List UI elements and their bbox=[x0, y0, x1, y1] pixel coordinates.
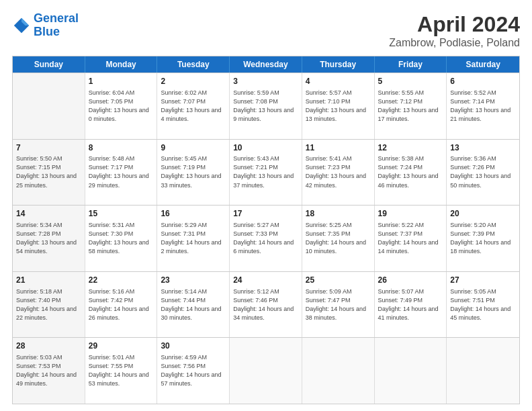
cal-cell bbox=[13, 73, 85, 139]
day-number: 23 bbox=[161, 275, 226, 286]
logo-line1: General bbox=[34, 11, 79, 25]
cal-cell: 2Sunrise: 6:02 AMSunset: 7:07 PMDaylight… bbox=[157, 73, 230, 139]
day-number: 8 bbox=[89, 142, 154, 154]
cell-info: Sunrise: 5:01 AMSunset: 7:55 PMDaylight:… bbox=[89, 353, 154, 388]
day-number: 1 bbox=[89, 76, 154, 87]
cal-cell: 26Sunrise: 5:07 AMSunset: 7:49 PMDayligh… bbox=[375, 272, 447, 338]
header-day-saturday: Saturday bbox=[447, 56, 519, 73]
cal-cell: 29Sunrise: 5:01 AMSunset: 7:55 PMDayligh… bbox=[85, 338, 158, 404]
day-number: 14 bbox=[16, 208, 81, 220]
cell-info: Sunrise: 5:09 AMSunset: 7:47 PMDaylight:… bbox=[306, 287, 371, 322]
cell-info: Sunrise: 5:03 AMSunset: 7:53 PMDaylight:… bbox=[16, 353, 81, 388]
cal-cell bbox=[375, 338, 447, 404]
cal-cell bbox=[302, 338, 375, 404]
cell-info: Sunrise: 5:45 AMSunset: 7:19 PMDaylight:… bbox=[161, 154, 226, 189]
day-number: 20 bbox=[450, 208, 516, 220]
cal-cell: 17Sunrise: 5:27 AMSunset: 7:33 PMDayligh… bbox=[230, 205, 302, 271]
cal-week-4: 28Sunrise: 5:03 AMSunset: 7:53 PMDayligh… bbox=[13, 337, 519, 404]
day-number: 2 bbox=[161, 76, 226, 87]
cal-cell: 8Sunrise: 5:48 AMSunset: 7:17 PMDaylight… bbox=[85, 140, 158, 205]
calendar: SundayMondayTuesdayWednesdayThursdayFrid… bbox=[12, 56, 520, 404]
day-number: 24 bbox=[233, 275, 298, 286]
cell-info: Sunrise: 5:59 AMSunset: 7:08 PMDaylight:… bbox=[233, 89, 298, 124]
page: General Blue April 2024 Zambrow, Podlasi… bbox=[0, 0, 532, 411]
day-number: 29 bbox=[89, 340, 154, 352]
cal-cell: 30Sunrise: 4:59 AMSunset: 7:56 PMDayligh… bbox=[157, 338, 230, 404]
cal-week-0: 1Sunrise: 6:04 AMSunset: 7:05 PMDaylight… bbox=[13, 73, 519, 139]
logo: General Blue bbox=[12, 12, 79, 39]
day-number: 16 bbox=[161, 208, 226, 220]
cal-cell: 7Sunrise: 5:50 AMSunset: 7:15 PMDaylight… bbox=[13, 140, 85, 205]
cell-info: Sunrise: 5:27 AMSunset: 7:33 PMDaylight:… bbox=[233, 221, 298, 256]
cell-info: Sunrise: 5:14 AMSunset: 7:44 PMDaylight:… bbox=[161, 287, 226, 322]
day-number: 7 bbox=[16, 142, 81, 154]
header-day-monday: Monday bbox=[85, 56, 158, 73]
cell-info: Sunrise: 5:43 AMSunset: 7:21 PMDaylight:… bbox=[233, 154, 298, 189]
day-number: 4 bbox=[306, 76, 371, 87]
cal-cell: 13Sunrise: 5:36 AMSunset: 7:26 PMDayligh… bbox=[447, 140, 519, 205]
cal-cell: 21Sunrise: 5:18 AMSunset: 7:40 PMDayligh… bbox=[13, 272, 85, 338]
day-number: 27 bbox=[450, 275, 516, 286]
cal-cell: 23Sunrise: 5:14 AMSunset: 7:44 PMDayligh… bbox=[157, 272, 230, 338]
day-number: 12 bbox=[378, 142, 443, 154]
header-day-wednesday: Wednesday bbox=[230, 56, 302, 73]
cell-info: Sunrise: 4:59 AMSunset: 7:56 PMDaylight:… bbox=[161, 353, 226, 388]
cal-cell: 24Sunrise: 5:12 AMSunset: 7:46 PMDayligh… bbox=[230, 272, 302, 338]
cal-cell bbox=[230, 338, 302, 404]
day-number: 11 bbox=[306, 142, 371, 154]
cell-info: Sunrise: 5:18 AMSunset: 7:40 PMDaylight:… bbox=[16, 287, 81, 322]
day-number: 25 bbox=[306, 275, 371, 286]
cal-cell: 5Sunrise: 5:55 AMSunset: 7:12 PMDaylight… bbox=[375, 73, 447, 139]
cal-cell: 16Sunrise: 5:29 AMSunset: 7:31 PMDayligh… bbox=[157, 205, 230, 271]
cell-info: Sunrise: 5:07 AMSunset: 7:49 PMDaylight:… bbox=[378, 287, 443, 322]
title-block: April 2024 Zambrow, Podlasie, Poland bbox=[389, 12, 520, 49]
cell-info: Sunrise: 6:04 AMSunset: 7:05 PMDaylight:… bbox=[89, 89, 154, 124]
cell-info: Sunrise: 5:50 AMSunset: 7:15 PMDaylight:… bbox=[16, 154, 81, 189]
logo-line2: Blue bbox=[34, 25, 60, 38]
cal-cell: 18Sunrise: 5:25 AMSunset: 7:35 PMDayligh… bbox=[302, 205, 375, 271]
cal-cell: 27Sunrise: 5:05 AMSunset: 7:51 PMDayligh… bbox=[447, 272, 519, 338]
cell-info: Sunrise: 5:34 AMSunset: 7:28 PMDaylight:… bbox=[16, 221, 81, 256]
header: General Blue April 2024 Zambrow, Podlasi… bbox=[12, 12, 520, 49]
day-number: 6 bbox=[450, 76, 516, 87]
cell-info: Sunrise: 5:31 AMSunset: 7:30 PMDaylight:… bbox=[89, 221, 154, 256]
cal-week-3: 21Sunrise: 5:18 AMSunset: 7:40 PMDayligh… bbox=[13, 271, 519, 338]
cal-cell: 6Sunrise: 5:52 AMSunset: 7:14 PMDaylight… bbox=[447, 73, 519, 139]
day-number: 26 bbox=[378, 275, 443, 286]
cal-cell: 28Sunrise: 5:03 AMSunset: 7:53 PMDayligh… bbox=[13, 338, 85, 404]
cal-cell: 4Sunrise: 5:57 AMSunset: 7:10 PMDaylight… bbox=[302, 73, 375, 139]
cal-cell bbox=[447, 338, 519, 404]
cell-info: Sunrise: 5:55 AMSunset: 7:12 PMDaylight:… bbox=[378, 89, 443, 124]
cell-info: Sunrise: 5:29 AMSunset: 7:31 PMDaylight:… bbox=[161, 221, 226, 256]
cal-cell: 15Sunrise: 5:31 AMSunset: 7:30 PMDayligh… bbox=[85, 205, 158, 271]
cal-cell: 20Sunrise: 5:20 AMSunset: 7:39 PMDayligh… bbox=[447, 205, 519, 271]
day-number: 17 bbox=[233, 208, 298, 220]
cal-cell: 10Sunrise: 5:43 AMSunset: 7:21 PMDayligh… bbox=[230, 140, 302, 205]
day-number: 19 bbox=[378, 208, 443, 220]
day-number: 9 bbox=[161, 142, 226, 154]
day-number: 13 bbox=[450, 142, 516, 154]
cal-cell: 3Sunrise: 5:59 AMSunset: 7:08 PMDaylight… bbox=[230, 73, 302, 139]
cal-cell: 1Sunrise: 6:04 AMSunset: 7:05 PMDaylight… bbox=[85, 73, 158, 139]
day-number: 10 bbox=[233, 142, 298, 154]
logo-text: General Blue bbox=[34, 12, 79, 39]
day-number: 21 bbox=[16, 275, 81, 286]
calendar-header: SundayMondayTuesdayWednesdayThursdayFrid… bbox=[13, 56, 519, 73]
cal-cell: 19Sunrise: 5:22 AMSunset: 7:37 PMDayligh… bbox=[375, 205, 447, 271]
cell-info: Sunrise: 5:36 AMSunset: 7:26 PMDaylight:… bbox=[450, 154, 516, 189]
cell-info: Sunrise: 6:02 AMSunset: 7:07 PMDaylight:… bbox=[161, 89, 226, 124]
cal-cell: 11Sunrise: 5:41 AMSunset: 7:23 PMDayligh… bbox=[302, 140, 375, 205]
cell-info: Sunrise: 5:57 AMSunset: 7:10 PMDaylight:… bbox=[306, 89, 371, 124]
cal-week-1: 7Sunrise: 5:50 AMSunset: 7:15 PMDaylight… bbox=[13, 139, 519, 205]
cell-info: Sunrise: 5:48 AMSunset: 7:17 PMDaylight:… bbox=[89, 154, 154, 189]
main-title: April 2024 bbox=[389, 12, 520, 37]
cell-info: Sunrise: 5:52 AMSunset: 7:14 PMDaylight:… bbox=[450, 89, 516, 124]
header-day-thursday: Thursday bbox=[302, 56, 375, 73]
cell-info: Sunrise: 5:12 AMSunset: 7:46 PMDaylight:… bbox=[233, 287, 298, 322]
cell-info: Sunrise: 5:22 AMSunset: 7:37 PMDaylight:… bbox=[378, 221, 443, 256]
cell-info: Sunrise: 5:20 AMSunset: 7:39 PMDaylight:… bbox=[450, 221, 516, 256]
header-day-tuesday: Tuesday bbox=[157, 56, 230, 73]
cell-info: Sunrise: 5:16 AMSunset: 7:42 PMDaylight:… bbox=[89, 287, 154, 322]
day-number: 18 bbox=[306, 208, 371, 220]
day-number: 28 bbox=[16, 340, 81, 352]
